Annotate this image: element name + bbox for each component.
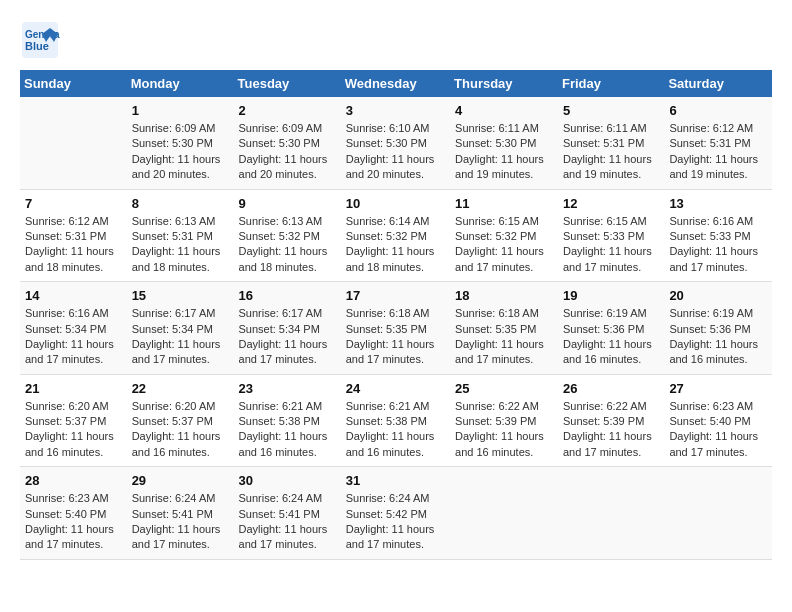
calendar-table: SundayMondayTuesdayWednesdayThursdayFrid… (20, 70, 772, 560)
calendar-cell: 6Sunrise: 6:12 AM Sunset: 5:31 PM Daylig… (664, 97, 772, 189)
day-info: Sunrise: 6:20 AM Sunset: 5:37 PM Dayligh… (132, 399, 229, 461)
day-info: Sunrise: 6:11 AM Sunset: 5:31 PM Dayligh… (563, 121, 659, 183)
calendar-week-row: 28Sunrise: 6:23 AM Sunset: 5:40 PM Dayli… (20, 467, 772, 560)
day-info: Sunrise: 6:09 AM Sunset: 5:30 PM Dayligh… (132, 121, 229, 183)
day-number: 9 (239, 196, 336, 211)
calendar-cell: 14Sunrise: 6:16 AM Sunset: 5:34 PM Dayli… (20, 282, 127, 375)
day-number: 1 (132, 103, 229, 118)
day-info: Sunrise: 6:11 AM Sunset: 5:30 PM Dayligh… (455, 121, 553, 183)
day-info: Sunrise: 6:09 AM Sunset: 5:30 PM Dayligh… (239, 121, 336, 183)
calendar-cell: 30Sunrise: 6:24 AM Sunset: 5:41 PM Dayli… (234, 467, 341, 560)
day-info: Sunrise: 6:22 AM Sunset: 5:39 PM Dayligh… (455, 399, 553, 461)
day-number: 17 (346, 288, 445, 303)
calendar-week-row: 21Sunrise: 6:20 AM Sunset: 5:37 PM Dayli… (20, 374, 772, 467)
header-sunday: Sunday (20, 70, 127, 97)
day-info: Sunrise: 6:20 AM Sunset: 5:37 PM Dayligh… (25, 399, 122, 461)
calendar-week-row: 7Sunrise: 6:12 AM Sunset: 5:31 PM Daylig… (20, 189, 772, 282)
calendar-cell: 16Sunrise: 6:17 AM Sunset: 5:34 PM Dayli… (234, 282, 341, 375)
day-number: 29 (132, 473, 229, 488)
day-info: Sunrise: 6:10 AM Sunset: 5:30 PM Dayligh… (346, 121, 445, 183)
day-info: Sunrise: 6:21 AM Sunset: 5:38 PM Dayligh… (239, 399, 336, 461)
day-number: 14 (25, 288, 122, 303)
day-info: Sunrise: 6:12 AM Sunset: 5:31 PM Dayligh… (25, 214, 122, 276)
day-number: 27 (669, 381, 767, 396)
day-number: 5 (563, 103, 659, 118)
day-number: 18 (455, 288, 553, 303)
calendar-cell: 28Sunrise: 6:23 AM Sunset: 5:40 PM Dayli… (20, 467, 127, 560)
calendar-cell: 31Sunrise: 6:24 AM Sunset: 5:42 PM Dayli… (341, 467, 450, 560)
calendar-cell: 24Sunrise: 6:21 AM Sunset: 5:38 PM Dayli… (341, 374, 450, 467)
calendar-cell: 21Sunrise: 6:20 AM Sunset: 5:37 PM Dayli… (20, 374, 127, 467)
header-friday: Friday (558, 70, 664, 97)
day-info: Sunrise: 6:23 AM Sunset: 5:40 PM Dayligh… (669, 399, 767, 461)
day-number: 11 (455, 196, 553, 211)
page-header: General Blue (20, 20, 772, 60)
day-info: Sunrise: 6:19 AM Sunset: 5:36 PM Dayligh… (563, 306, 659, 368)
day-info: Sunrise: 6:22 AM Sunset: 5:39 PM Dayligh… (563, 399, 659, 461)
header-tuesday: Tuesday (234, 70, 341, 97)
calendar-cell (20, 97, 127, 189)
logo: General Blue (20, 20, 66, 60)
day-number: 7 (25, 196, 122, 211)
calendar-cell (664, 467, 772, 560)
calendar-cell: 20Sunrise: 6:19 AM Sunset: 5:36 PM Dayli… (664, 282, 772, 375)
day-info: Sunrise: 6:13 AM Sunset: 5:32 PM Dayligh… (239, 214, 336, 276)
day-info: Sunrise: 6:21 AM Sunset: 5:38 PM Dayligh… (346, 399, 445, 461)
header-wednesday: Wednesday (341, 70, 450, 97)
day-info: Sunrise: 6:13 AM Sunset: 5:31 PM Dayligh… (132, 214, 229, 276)
calendar-cell: 18Sunrise: 6:18 AM Sunset: 5:35 PM Dayli… (450, 282, 558, 375)
calendar-header-row: SundayMondayTuesdayWednesdayThursdayFrid… (20, 70, 772, 97)
header-thursday: Thursday (450, 70, 558, 97)
day-number: 16 (239, 288, 336, 303)
day-info: Sunrise: 6:17 AM Sunset: 5:34 PM Dayligh… (132, 306, 229, 368)
header-saturday: Saturday (664, 70, 772, 97)
calendar-week-row: 1Sunrise: 6:09 AM Sunset: 5:30 PM Daylig… (20, 97, 772, 189)
day-number: 26 (563, 381, 659, 396)
day-number: 8 (132, 196, 229, 211)
svg-text:Blue: Blue (25, 40, 49, 52)
day-info: Sunrise: 6:18 AM Sunset: 5:35 PM Dayligh… (455, 306, 553, 368)
day-info: Sunrise: 6:17 AM Sunset: 5:34 PM Dayligh… (239, 306, 336, 368)
day-number: 31 (346, 473, 445, 488)
calendar-week-row: 14Sunrise: 6:16 AM Sunset: 5:34 PM Dayli… (20, 282, 772, 375)
day-number: 25 (455, 381, 553, 396)
header-monday: Monday (127, 70, 234, 97)
calendar-cell: 27Sunrise: 6:23 AM Sunset: 5:40 PM Dayli… (664, 374, 772, 467)
calendar-cell: 4Sunrise: 6:11 AM Sunset: 5:30 PM Daylig… (450, 97, 558, 189)
logo-icon: General Blue (20, 20, 60, 60)
calendar-cell: 25Sunrise: 6:22 AM Sunset: 5:39 PM Dayli… (450, 374, 558, 467)
calendar-cell: 1Sunrise: 6:09 AM Sunset: 5:30 PM Daylig… (127, 97, 234, 189)
calendar-cell: 2Sunrise: 6:09 AM Sunset: 5:30 PM Daylig… (234, 97, 341, 189)
day-number: 19 (563, 288, 659, 303)
day-number: 2 (239, 103, 336, 118)
calendar-cell: 11Sunrise: 6:15 AM Sunset: 5:32 PM Dayli… (450, 189, 558, 282)
day-number: 6 (669, 103, 767, 118)
calendar-cell: 5Sunrise: 6:11 AM Sunset: 5:31 PM Daylig… (558, 97, 664, 189)
day-info: Sunrise: 6:19 AM Sunset: 5:36 PM Dayligh… (669, 306, 767, 368)
day-info: Sunrise: 6:23 AM Sunset: 5:40 PM Dayligh… (25, 491, 122, 553)
day-number: 15 (132, 288, 229, 303)
calendar-cell: 19Sunrise: 6:19 AM Sunset: 5:36 PM Dayli… (558, 282, 664, 375)
day-info: Sunrise: 6:24 AM Sunset: 5:41 PM Dayligh… (239, 491, 336, 553)
calendar-cell: 13Sunrise: 6:16 AM Sunset: 5:33 PM Dayli… (664, 189, 772, 282)
calendar-cell: 12Sunrise: 6:15 AM Sunset: 5:33 PM Dayli… (558, 189, 664, 282)
calendar-cell: 7Sunrise: 6:12 AM Sunset: 5:31 PM Daylig… (20, 189, 127, 282)
calendar-cell (558, 467, 664, 560)
calendar-cell (450, 467, 558, 560)
day-info: Sunrise: 6:16 AM Sunset: 5:34 PM Dayligh… (25, 306, 122, 368)
calendar-cell: 3Sunrise: 6:10 AM Sunset: 5:30 PM Daylig… (341, 97, 450, 189)
calendar-cell: 10Sunrise: 6:14 AM Sunset: 5:32 PM Dayli… (341, 189, 450, 282)
day-number: 4 (455, 103, 553, 118)
day-number: 21 (25, 381, 122, 396)
calendar-cell: 29Sunrise: 6:24 AM Sunset: 5:41 PM Dayli… (127, 467, 234, 560)
calendar-cell: 9Sunrise: 6:13 AM Sunset: 5:32 PM Daylig… (234, 189, 341, 282)
day-info: Sunrise: 6:15 AM Sunset: 5:32 PM Dayligh… (455, 214, 553, 276)
day-number: 24 (346, 381, 445, 396)
calendar-cell: 17Sunrise: 6:18 AM Sunset: 5:35 PM Dayli… (341, 282, 450, 375)
calendar-cell: 26Sunrise: 6:22 AM Sunset: 5:39 PM Dayli… (558, 374, 664, 467)
day-info: Sunrise: 6:14 AM Sunset: 5:32 PM Dayligh… (346, 214, 445, 276)
day-number: 23 (239, 381, 336, 396)
day-info: Sunrise: 6:16 AM Sunset: 5:33 PM Dayligh… (669, 214, 767, 276)
day-info: Sunrise: 6:15 AM Sunset: 5:33 PM Dayligh… (563, 214, 659, 276)
day-number: 20 (669, 288, 767, 303)
